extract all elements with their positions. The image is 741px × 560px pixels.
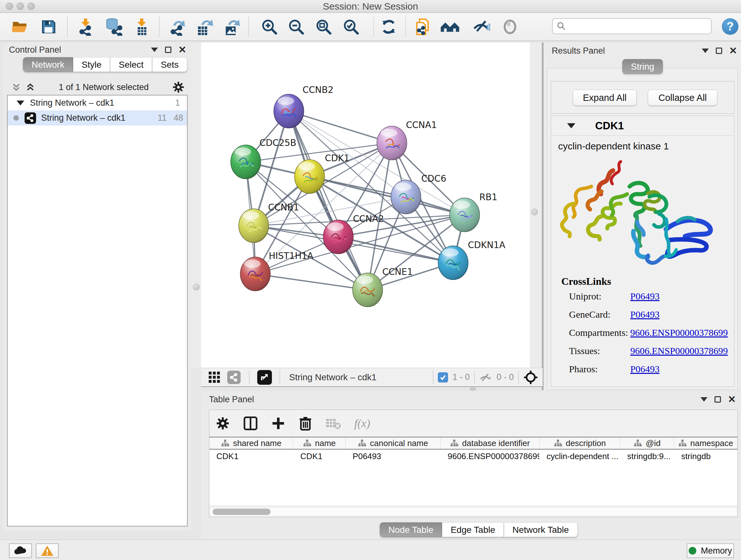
panel-menu-icon[interactable] [151,48,158,52]
column-header-shared-name[interactable]: shared name [209,437,293,449]
tab-string[interactable]: String [622,59,663,74]
table-cell[interactable]: 9606.ENSP00000378699 [441,449,540,463]
network-node-cdc25b[interactable] [231,145,261,179]
collapse-all-button[interactable]: Collapse All [648,90,718,106]
home-neighbors-icon[interactable] [440,18,460,36]
expand-all-button[interactable]: Expand All [573,90,636,106]
panel-float-icon[interactable] [165,47,172,53]
tab-sets[interactable]: Sets [152,57,187,72]
hide-selected-icon[interactable] [472,18,490,36]
scrollbar-thumb[interactable] [212,509,271,515]
collapse-caret-icon[interactable] [567,123,576,128]
tab-network[interactable]: Network [23,57,73,72]
zoom-out-icon[interactable] [287,18,305,36]
network-node-ccne1[interactable] [353,273,383,307]
panel-menu-icon[interactable] [700,397,708,401]
search-box[interactable] [552,18,712,34]
tree-expand-icon[interactable] [17,101,24,105]
network-node-cdkn1a[interactable] [438,246,468,280]
node-table[interactable]: shared namenamecanonical namedatabase id… [209,437,738,505]
gear-icon[interactable] [172,81,185,93]
tab-style[interactable]: Style [73,57,110,72]
table-cell[interactable]: CDK1 [293,449,346,463]
tab-select[interactable]: Select [110,57,152,72]
cloud-services-button[interactable] [9,543,32,558]
collapse-all-icon[interactable] [11,82,21,92]
network-node-hist1h1a[interactable] [240,257,270,291]
column-header-name[interactable]: name [293,437,346,449]
zoom-fit-icon[interactable] [315,18,333,36]
network-node-cdc6[interactable] [391,180,421,214]
horizontal-splitter-handle[interactable] [470,387,476,391]
tab-network-table[interactable]: Network Table [504,522,578,537]
panel-close-icon[interactable]: ✕ [728,396,736,402]
delete-column-trash-icon[interactable] [299,416,312,431]
zoom-in-icon[interactable] [260,18,278,36]
string-network-graph[interactable]: CCNB2CCNA1CDC25BCDK1CDC6RB1CCNB1CCNA2CDK… [201,43,530,368]
import-network-database-icon[interactable] [103,18,124,36]
string-view-icon[interactable] [227,371,241,384]
column-header-namespace[interactable]: namespace [674,437,738,449]
table-cell[interactable]: stringdb [674,449,738,463]
crosslink-link[interactable]: 9606.ENSP00000378699 [630,327,728,338]
column-header-database-identifier[interactable]: database identifier [441,437,540,449]
selected-checkbox-icon[interactable] [438,372,448,382]
open-session-icon[interactable] [11,18,29,36]
crosslink-link[interactable]: P06493 [630,364,660,374]
table-cell[interactable]: CDK1 [209,449,293,463]
memory-button[interactable]: Memory [687,543,734,558]
network-node-rb1[interactable] [450,198,480,232]
network-row[interactable]: String Network – cdk1 11 48 [8,111,187,125]
table-cell[interactable]: stringdb:9... [620,449,674,463]
export-network-icon[interactable] [169,18,186,36]
network-node-ccna1[interactable] [377,126,407,160]
network-node-ccna2[interactable] [323,220,353,254]
table-header-row[interactable]: shared namenamecanonical namedatabase id… [209,437,738,449]
crosslink-link[interactable]: 9606.ENSP00000378699 [630,346,728,356]
column-header-canonical-name[interactable]: canonical name [346,437,441,449]
network-node-ccnb2[interactable] [274,94,304,128]
import-table-icon[interactable] [133,18,151,36]
panel-close-icon[interactable]: ✕ [179,47,186,53]
grid-view-icon[interactable] [208,371,221,384]
show-hidden-icon[interactable] [501,18,519,36]
show-columns-icon[interactable] [243,416,258,431]
refresh-layout-icon[interactable] [380,18,398,36]
export-image-icon[interactable] [223,18,241,36]
panel-float-icon[interactable] [716,48,722,54]
column-header--id[interactable]: @id [620,437,674,449]
detach-view-icon[interactable] [257,370,272,385]
protein-section-header[interactable]: CDK1 [551,116,734,136]
help-icon[interactable]: ? [722,18,738,35]
table-settings-gear-icon[interactable] [216,416,230,430]
panel-float-icon[interactable] [715,396,721,402]
right-splitter-handle[interactable] [531,208,538,215]
crosslink-link[interactable]: P06493 [630,291,660,302]
create-column-plus-icon[interactable] [271,416,285,430]
network-canvas[interactable]: CCNB2CCNA1CDC25BCDK1CDC6RB1CCNB1CCNA2CDK… [201,43,530,368]
right-splitter[interactable] [530,43,542,368]
table-cell[interactable]: P06493 [346,449,441,463]
tab-node-table[interactable]: Node Table [380,522,442,537]
expand-all-icon[interactable] [25,82,35,92]
warnings-button[interactable] [36,543,59,558]
import-network-file-icon[interactable] [77,18,94,36]
crosslink-link[interactable]: P06493 [630,309,660,320]
save-session-icon[interactable] [40,18,57,36]
table-cell[interactable]: cyclin-dependent ... [539,449,620,463]
network-node-ccnb1[interactable] [239,209,269,243]
network-node-cdk1[interactable] [294,160,325,193]
table-horizontal-scrollbar[interactable] [210,507,737,516]
network-collection-row[interactable]: String Network – cdk1 1 [8,96,187,111]
tab-edge-table[interactable]: Edge Table [442,522,504,537]
panel-menu-icon[interactable] [702,49,709,53]
column-header-description[interactable]: description [540,437,620,449]
panel-close-icon[interactable]: ✕ [729,48,737,54]
left-splitter[interactable] [192,43,201,368]
zoom-selected-icon[interactable] [342,18,360,36]
left-splitter-handle[interactable] [193,284,200,291]
table-row[interactable]: CDK1CDK1P064939606.ENSP00000378699cyclin… [209,449,738,463]
crosshair-icon[interactable] [523,370,538,385]
copy-document-icon[interactable] [414,18,432,36]
search-input[interactable] [566,21,703,31]
